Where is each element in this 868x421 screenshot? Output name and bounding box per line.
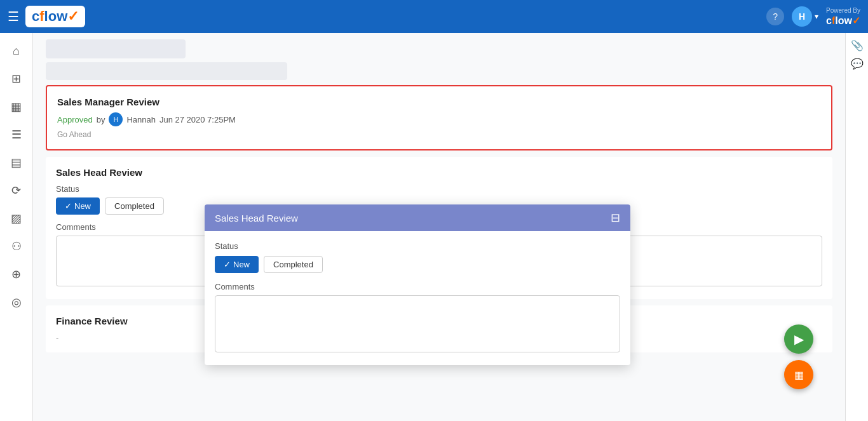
approval-line: Approved by H Hannah Jun 27 2020 7:25PM bbox=[57, 112, 821, 126]
sidebar-item-history[interactable]: ⟳ bbox=[5, 179, 28, 202]
approver-name: Hannah bbox=[126, 115, 156, 124]
submit-fab-button[interactable]: ▶ bbox=[784, 324, 813, 354]
new-button[interactable]: ✓ New bbox=[56, 197, 100, 215]
logo-text: cflow✓ bbox=[32, 8, 79, 25]
sidebar-item-reports[interactable]: ▤ bbox=[5, 151, 28, 174]
status-label: Status bbox=[56, 184, 822, 194]
popup-comments-textarea[interactable] bbox=[215, 295, 620, 352]
save-fab-button[interactable]: ▦ bbox=[784, 360, 813, 389]
completed-button[interactable]: Completed bbox=[105, 197, 164, 215]
by-label: by bbox=[97, 115, 105, 124]
sidebar: ⌂ ⊞ ▦ ☰ ▤ ⟳ ▨ ⚇ ⊕ ◎ bbox=[0, 33, 33, 421]
popup-body: Status ✓ New Completed Comments bbox=[205, 231, 630, 365]
popup-checkmark-icon: ✓ bbox=[224, 260, 231, 269]
top-navigation: ☰ cflow✓ ? H ▾ Powered By cflow✓ bbox=[0, 0, 868, 33]
popup-close-button[interactable]: ⊟ bbox=[611, 211, 620, 225]
sales-head-review-popup: Sales Head Review ⊟ Status ✓ New Complet… bbox=[205, 204, 630, 365]
logo: cflow✓ bbox=[25, 6, 85, 27]
save-icon: ▦ bbox=[794, 369, 804, 381]
popup-header: Sales Head Review ⊟ bbox=[205, 204, 630, 231]
approver-avatar: H bbox=[109, 112, 123, 126]
approval-date: Jun 27 2020 7:25PM bbox=[159, 115, 236, 124]
approval-comment: Go Ahead bbox=[57, 130, 821, 139]
popup-status-group: ✓ New Completed bbox=[215, 256, 620, 273]
sidebar-item-headphone[interactable]: ◎ bbox=[5, 291, 28, 314]
popup-status-label: Status bbox=[215, 241, 620, 251]
sidebar-item-users[interactable]: ⚇ bbox=[5, 235, 28, 258]
sidebar-item-calendar[interactable]: ▦ bbox=[5, 95, 28, 118]
side-panel: 📎 💬 bbox=[845, 33, 868, 421]
popup-title: Sales Head Review bbox=[215, 213, 298, 224]
popup-comments-label: Comments bbox=[215, 282, 620, 291]
sales-manager-review-card: Sales Manager Review Approved by H Hanna… bbox=[46, 85, 832, 150]
popup-completed-button[interactable]: Completed bbox=[264, 256, 323, 273]
powered-by-logo: cflow✓ bbox=[826, 15, 860, 27]
checkmark-icon: ✓ bbox=[65, 201, 72, 211]
chat-icon[interactable]: 💬 bbox=[851, 58, 864, 70]
sales-manager-title: Sales Manager Review bbox=[57, 97, 821, 107]
content-area: Sales Manager Review Approved by H Hanna… bbox=[33, 33, 845, 421]
popup-new-button[interactable]: ✓ New bbox=[215, 256, 259, 273]
powered-by-label: Powered By bbox=[826, 7, 860, 15]
sidebar-item-home[interactable]: ⌂ bbox=[5, 39, 28, 62]
submit-icon: ▶ bbox=[794, 331, 804, 347]
sidebar-item-image[interactable]: ▨ bbox=[5, 207, 28, 230]
fab-group: ▶ ▦ bbox=[784, 324, 813, 389]
sidebar-item-add[interactable]: ⊕ bbox=[5, 263, 28, 286]
help-button[interactable]: ? bbox=[766, 8, 784, 25]
sidebar-item-grid[interactable]: ⊞ bbox=[5, 67, 28, 90]
user-avatar[interactable]: H bbox=[792, 6, 812, 27]
hamburger-menu[interactable]: ☰ bbox=[8, 9, 19, 24]
approved-label: Approved bbox=[57, 115, 93, 124]
sales-head-title: Sales Head Review bbox=[56, 167, 822, 178]
dropdown-icon[interactable]: ▾ bbox=[815, 12, 818, 21]
attach-icon[interactable]: 📎 bbox=[851, 39, 864, 51]
sidebar-item-inbox[interactable]: ☰ bbox=[5, 123, 28, 146]
